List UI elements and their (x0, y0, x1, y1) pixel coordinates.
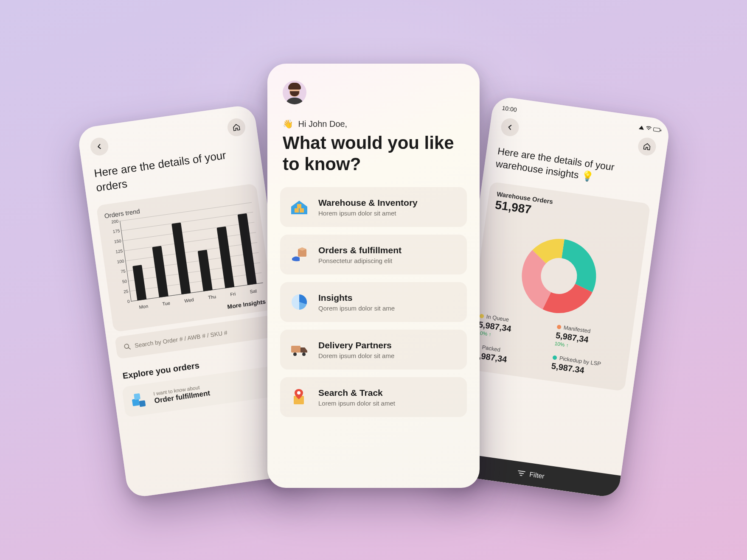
svg-point-19 (302, 353, 306, 356)
svg-rect-12 (295, 208, 299, 213)
warehouse-orders-card: Warehouse Orders 51,987 In Queue5,987,34… (464, 182, 650, 392)
card-title: Delivery Partners (318, 340, 394, 350)
greeting: 👋 Hi John Doe, (283, 119, 464, 129)
home-icon (643, 142, 651, 151)
headline: What would you like to know? (283, 132, 464, 174)
home-button[interactable] (226, 117, 246, 137)
card-subtitle: Dorem ipsum dolor sit ame (318, 352, 394, 359)
wifi-icon (646, 126, 652, 131)
stat-2: Packed5,987,34 (473, 343, 543, 370)
card-subtitle: Ponsectetur adipiscing elit (318, 257, 402, 264)
wave-icon: 👋 (283, 119, 293, 129)
bar-tue (152, 246, 168, 297)
card-orders-fulfillment[interactable]: Orders & fulfillment Ponsectetur adipisc… (280, 235, 467, 274)
warehouse-icon (289, 197, 309, 217)
card-title: Orders & fulfillment (318, 245, 402, 255)
svg-line-10 (520, 473, 524, 473)
svg-rect-4 (134, 393, 140, 400)
fulfillment-icon (289, 245, 309, 264)
card-search-track[interactable]: Search & Track Lorem ipsum dolor sit ame… (280, 377, 467, 417)
svg-rect-3 (139, 400, 146, 407)
signal-icon (639, 125, 644, 130)
card-title: Search & Track (318, 388, 395, 398)
bar-thu (198, 249, 213, 291)
chevron-left-icon (506, 123, 514, 131)
pie-chart-icon (289, 292, 309, 312)
svg-line-11 (520, 475, 522, 476)
svg-rect-13 (300, 208, 304, 213)
search-placeholder: Search by Order # / AWB # / SKU # (134, 329, 228, 349)
boxes-icon (129, 390, 149, 409)
home-icon (232, 123, 241, 132)
home-screen: 👋 Hi John Doe, What would you like to kn… (267, 64, 480, 488)
svg-line-1 (129, 347, 131, 350)
card-insights[interactable]: Insights Qorem ipsum dolor sit ame (280, 282, 467, 322)
chevron-left-icon (95, 143, 103, 150)
card-title: Insights (318, 293, 395, 303)
orders-trend-panel: Orders trend 0255075100125150175200 MonT… (96, 183, 273, 332)
bar-mon (132, 265, 146, 300)
svg-rect-14 (297, 204, 301, 208)
bar-sat (237, 213, 256, 285)
avatar[interactable] (283, 81, 306, 104)
back-button[interactable] (500, 117, 520, 137)
card-warehouse-inventory[interactable]: Warehouse & Inventory Horem ipsum dolor … (280, 187, 467, 227)
filter-icon (517, 470, 526, 477)
back-button[interactable] (89, 137, 109, 157)
bar-fri (217, 226, 235, 288)
svg-point-21 (297, 391, 300, 395)
card-delivery-partners[interactable]: Delivery Partners Dorem ipsum dolor sit … (280, 330, 467, 370)
bar-wed (171, 222, 191, 294)
search-icon (123, 343, 131, 350)
track-icon (289, 387, 309, 407)
stat-3: Pickedup by LSP5,987.34 (551, 354, 621, 380)
card-subtitle: Lorem ipsum dolor sit amet (318, 400, 395, 407)
home-button[interactable] (637, 137, 657, 157)
truck-icon (289, 340, 309, 359)
card-subtitle: Qorem ipsum dolor sit ame (318, 305, 395, 312)
battery-icon (653, 127, 660, 132)
svg-rect-17 (291, 346, 300, 353)
svg-point-18 (293, 353, 297, 356)
svg-line-9 (518, 471, 525, 472)
card-subtitle: Horem ipsum dolor sit amet (318, 210, 418, 217)
orders-trend-chart: 0255075100125150175200 MonTueWedThuFriSa… (105, 202, 264, 315)
card-title: Warehouse & Inventory (318, 198, 418, 208)
donut-svg (508, 226, 609, 326)
warehouse-donut-chart (480, 221, 637, 330)
chart-bars (120, 202, 263, 301)
